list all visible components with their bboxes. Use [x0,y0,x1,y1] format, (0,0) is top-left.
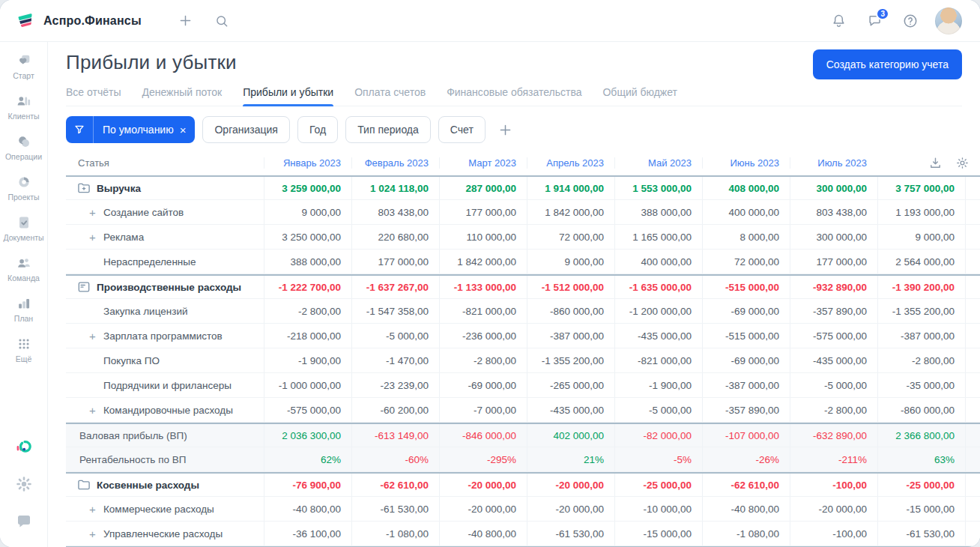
filter-chip-account[interactable]: Счет [438,116,486,143]
messages-button[interactable]: 3 [862,8,887,34]
column-header[interactable]: Май 2023 [614,157,702,169]
column-header[interactable]: Июнь 2023 [702,157,790,169]
cell-value: 1 842 000,00 [527,200,614,224]
sidebar-item-more[interactable]: Ещё [1,336,46,363]
cell-value: 177 000,00 [790,250,877,274]
brand-logo-icon [15,438,33,456]
cell-value: -632 890,00 [790,424,877,447]
tab-profit-loss[interactable]: Прибыли и убытки [243,82,333,106]
sidebar-item-clients[interactable]: Клиенты [1,93,46,121]
filter-chip-organization[interactable]: Организация [202,116,289,143]
tab-budget[interactable]: Общий бюджет [602,82,677,106]
row-filler [965,276,980,298]
add-button[interactable] [173,8,199,34]
clear-filter-icon[interactable]: × [178,124,196,136]
avatar[interactable] [935,7,962,34]
cell-value: -61 530,00 [877,522,965,546]
search-button[interactable] [209,8,235,34]
tab-liabilities[interactable]: Финансовые обязательства [447,82,581,106]
report-tabs: Все отчётыДенежный потокПрибыли и убытки… [66,82,962,106]
row-label: Косвенные расходы [97,480,199,491]
table-row-unallocated[interactable]: +Нераспределенные388 000,00177 000,001 8… [66,250,980,274]
table-row-commercial-expenses[interactable]: +Коммерческие расходы-40 800,00-61 530,0… [66,497,980,522]
cell-value: 803 438,00 [790,200,877,224]
help-button[interactable] [898,8,923,34]
table-row-contractors[interactable]: +Подрядчики и фрилансеры-1 000 000,00-23… [66,373,980,398]
cell-value: -515 000,00 [702,324,790,348]
cell-value: 72 000,00 [702,250,790,274]
sidebar-item-documents[interactable]: Документы [1,214,46,242]
row-label-cell: +Создание сайтов [66,200,264,224]
sidebar-item-operations[interactable]: Операции [1,133,46,161]
table-row-advertising[interactable]: +Реклама3 250 000,00220 680,00110 000,00… [66,225,980,250]
column-header[interactable]: Июль 2023 [790,157,877,169]
table-row-indirect-costs[interactable]: Косвенные расходы-76 900,00-62 610,00-20… [66,472,980,497]
expand-icon[interactable]: + [87,528,98,540]
table-row-management-expenses[interactable]: +Управленческие расходы-36 100,00-1 080,… [66,522,980,546]
cell-value: -211% [790,447,877,471]
row-label: Реклама [103,232,144,243]
cell-value: -575 000,00 [264,398,351,422]
table-row-license-purchase[interactable]: +Закупка лицензий-2 800,00-1 547 358,00-… [66,299,980,324]
tab-all-reports[interactable]: Все отчёты [66,82,121,106]
add-filter-button[interactable] [494,118,517,141]
table-tools [928,150,970,175]
column-header[interactable]: Февраль 2023 [351,157,439,169]
table-row-gross-margin: Рентабельность по ВП62%-60%-295%21%-5%-2… [66,447,980,472]
column-header[interactable]: Март 2023 [439,157,527,169]
sidebar: СтартКлиентыОперацииПроектыДокументыКома… [0,42,48,547]
expand-icon[interactable]: + [87,206,98,219]
expand-icon[interactable]: + [87,503,98,516]
column-header[interactable]: Январь 2023 [264,157,351,169]
active-filter-chip[interactable]: По умолчанию × [66,116,195,143]
tab-invoices[interactable]: Оплата счетов [354,82,426,106]
cell-value: -60% [351,447,439,471]
settings-icon[interactable] [15,475,33,493]
table-settings-icon[interactable] [955,156,970,170]
row-label-cell: +Коммерческие расходы [66,497,264,521]
cell-value: -357 890,00 [702,398,790,422]
row-label-cell: +Реклама [66,225,264,249]
column-header[interactable]: Апрель 2023 [527,157,614,169]
row-label: Управленческие расходы [103,528,223,540]
table-row-software-purchase[interactable]: +Покупка ПО-1 900,00-1 470,00-2 800,00-1… [66,348,980,373]
tab-cash-flow[interactable]: Денежный поток [142,82,222,106]
row-label: Рентабельность по ВП [79,454,186,465]
cell-value: -1 635 000,00 [614,276,702,298]
filter-chip-year[interactable]: Год [297,116,338,143]
cell-value: -613 149,00 [351,424,439,447]
table-row-programmer-salary[interactable]: +Зарплата программистов-218 000,00-5 000… [66,324,980,348]
cell-value: -100,00 [790,522,877,546]
cell-value: -2 800,00 [439,348,527,372]
active-filter-label: По умолчанию [94,124,178,136]
sidebar-item-projects[interactable]: Проекты [1,174,46,202]
cell-value: 3 250 000,00 [264,225,351,249]
create-category-button[interactable]: Создать категорию учета [813,49,962,79]
cell-value: 1 024 118,00 [351,177,439,199]
table-body: Выручка3 259 000,001 024 118,00287 000,0… [66,175,980,546]
app-logo-icon [16,11,36,31]
cell-value: -69 000,00 [439,373,527,397]
documents-icon [16,214,32,231]
cell-value: 21% [527,447,614,471]
table-row-revenue[interactable]: Выручка3 259 000,001 024 118,00287 000,0… [66,175,980,200]
notifications-button[interactable] [826,8,851,34]
table-row-travel-expenses[interactable]: +Командировочные расходы-575 000,00-60 2… [66,398,980,423]
table-row-production-costs[interactable]: Производственные расходы-1 222 700,00-1 … [66,274,980,299]
table-row-site-creation[interactable]: +Создание сайтов9 000,00803 438,00177 00… [66,200,980,225]
expand-icon[interactable]: + [87,231,98,244]
sidebar-item-plan[interactable]: План [1,295,46,323]
download-icon[interactable] [928,156,943,170]
row-label: Коммерческие расходы [103,504,214,515]
filter-chip-period-type[interactable]: Тип периода [345,116,431,143]
sidebar-item-team[interactable]: Команда [1,255,46,282]
cell-value: 388 000,00 [614,200,702,224]
cell-value: -821 000,00 [439,299,527,323]
expand-icon[interactable]: + [87,330,98,342]
row-label-cell: +Командировочные расходы [66,398,264,422]
cell-value: 9 000,00 [264,200,351,224]
expand-icon[interactable]: + [87,404,98,417]
sidebar-item-start[interactable]: Старт [1,52,46,80]
feedback-icon[interactable] [15,513,33,531]
cell-value: 1 193 000,00 [877,200,965,224]
